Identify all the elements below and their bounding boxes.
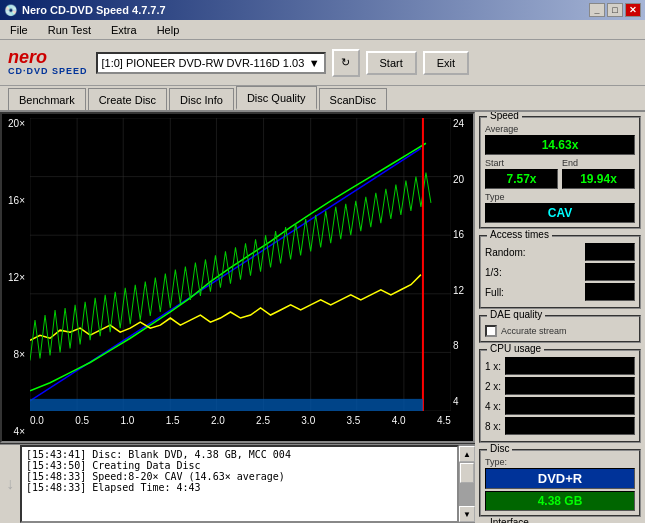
drive-dropdown-text: [1:0] PIONEER DVD-RW DVR-116D 1.03: [102, 57, 305, 69]
yr-16: 16: [453, 229, 471, 240]
log-collapse-button[interactable]: ↓: [0, 445, 20, 523]
cpu-8x-value: [505, 417, 635, 435]
log-line-1: [15:43:50] Creating Data Disc: [26, 460, 453, 471]
yr-24: 24: [453, 118, 471, 129]
yr-12: 12: [453, 285, 471, 296]
log-text-area[interactable]: [15:43:41] Disc: Blank DVD, 4.38 GB, MCC…: [20, 445, 459, 523]
speed-panel-title: Speed: [487, 112, 522, 121]
tab-disc-quality[interactable]: Disc Quality: [236, 86, 317, 110]
end-value: 19.94x: [562, 169, 635, 189]
y-label-12: 12×: [4, 272, 28, 283]
minimize-button[interactable]: _: [589, 3, 605, 17]
start-button[interactable]: Start: [366, 51, 417, 75]
x-4.5: 4.5: [437, 415, 451, 426]
menu-extra[interactable]: Extra: [105, 22, 143, 38]
end-label: End: [562, 158, 635, 168]
x-1.5: 1.5: [166, 415, 180, 426]
x-axis: 0.0 0.5 1.0 1.5 2.0 2.5 3.0 3.5 4.0 4.5: [30, 411, 451, 441]
menu-file[interactable]: File: [4, 22, 34, 38]
log-area: ↓ [15:43:41] Disc: Blank DVD, 4.38 GB, M…: [0, 443, 475, 523]
title-bar: 💿 Nero CD-DVD Speed 4.7.7.7 _ □ ✕: [0, 0, 645, 20]
dae-panel: DAE quality Accurate stream: [479, 315, 641, 343]
type-value: CAV: [485, 203, 635, 223]
tab-create-disc[interactable]: Create Disc: [88, 88, 167, 110]
cpu-panel: CPU usage 1 x: 2 x: 4 x: 8 x:: [479, 349, 641, 443]
y-label-4: 4×: [4, 426, 28, 437]
disc-type-badge: DVD+R: [485, 468, 635, 489]
scroll-down-button[interactable]: ▼: [459, 506, 475, 522]
svg-rect-18: [30, 399, 423, 411]
yr-4: 4: [453, 396, 471, 407]
x-2.5: 2.5: [256, 415, 270, 426]
cdspeed-brand: CD·DVD SPEED: [8, 67, 88, 77]
start-value: 7.57x: [485, 169, 558, 189]
disc-type-label: Type:: [485, 457, 635, 467]
x-2.0: 2.0: [211, 415, 225, 426]
exit-button[interactable]: Exit: [423, 51, 469, 75]
average-value: 14.63x: [485, 135, 635, 155]
accurate-stream-checkbox[interactable]: [485, 325, 497, 337]
accurate-stream-label: Accurate stream: [501, 326, 567, 336]
nero-brand: nero: [8, 48, 88, 68]
scroll-track: [459, 462, 475, 506]
tabs-area: Benchmark Create Disc Disc Info Disc Qua…: [0, 86, 645, 112]
log-scrollbar: ▲ ▼: [459, 445, 475, 523]
cpu-4x-label: 4 x:: [485, 401, 501, 412]
x-3.5: 3.5: [347, 415, 361, 426]
title-bar-icon: 💿: [4, 4, 18, 17]
dae-title: DAE quality: [487, 309, 545, 320]
x-0.5: 0.5: [75, 415, 89, 426]
title-bar-text: Nero CD-DVD Speed 4.7.7.7: [22, 4, 166, 16]
yr-8: 8: [453, 340, 471, 351]
menu-help[interactable]: Help: [151, 22, 186, 38]
tab-disc-info[interactable]: Disc Info: [169, 88, 234, 110]
disc-title: Disc: [487, 443, 512, 454]
refresh-icon: ↻: [341, 56, 350, 69]
random-value: [585, 243, 635, 261]
disc-size-badge: 4.38 GB: [485, 491, 635, 511]
cpu-4x-value: [505, 397, 635, 415]
one-third-label: 1/3:: [485, 267, 502, 278]
x-0.0: 0.0: [30, 415, 44, 426]
average-label: Average: [485, 124, 635, 134]
disc-panel: Disc Type: DVD+R 4.38 GB: [479, 449, 641, 517]
log-line-2: [15:48:33] Speed:8-20× CAV (14.63× avera…: [26, 471, 453, 482]
scroll-up-button[interactable]: ▲: [459, 446, 475, 462]
y-label-20: 20×: [4, 118, 28, 129]
tab-benchmark[interactable]: Benchmark: [8, 88, 86, 110]
cpu-8x-label: 8 x:: [485, 421, 501, 432]
header-area: nero CD·DVD SPEED [1:0] PIONEER DVD-RW D…: [0, 40, 645, 86]
nero-logo: nero CD·DVD SPEED: [8, 48, 88, 78]
restore-button[interactable]: □: [607, 3, 623, 17]
drive-dropdown[interactable]: [1:0] PIONEER DVD-RW DVR-116D 1.03 ▼: [96, 52, 326, 74]
cpu-1x-label: 1 x:: [485, 361, 501, 372]
yr-20: 20: [453, 174, 471, 185]
close-button[interactable]: ✕: [625, 3, 641, 17]
menu-bar: File Run Test Extra Help: [0, 20, 645, 40]
full-label: Full:: [485, 287, 504, 298]
drive-select-area: [1:0] PIONEER DVD-RW DVR-116D 1.03 ▼ ↻ S…: [96, 49, 637, 77]
x-1.0: 1.0: [120, 415, 134, 426]
log-line-3: [15:48:33] Elapsed Time: 4:43: [26, 482, 453, 493]
right-panel: Speed Average 14.63x Start 7.57x End 19.…: [475, 112, 645, 523]
menu-run-test[interactable]: Run Test: [42, 22, 97, 38]
interface-title: Interface: [487, 517, 532, 523]
log-line-0: [15:43:41] Disc: Blank DVD, 4.38 GB, MCC…: [26, 449, 453, 460]
main-content: 20× 16× 12× 8× 4× 24 20 16 12 8 4: [0, 112, 645, 523]
speed-panel: Speed Average 14.63x Start 7.57x End 19.…: [479, 116, 641, 229]
y-axis-right: 24 20 16 12 8 4: [451, 114, 473, 411]
tab-scandisc[interactable]: ScanDisc: [319, 88, 387, 110]
access-times-panel: Access times Random: 1/3: Full:: [479, 235, 641, 309]
y-label-16: 16×: [4, 195, 28, 206]
chart-area: 20× 16× 12× 8× 4× 24 20 16 12 8 4: [0, 112, 475, 443]
y-label-8: 8×: [4, 349, 28, 360]
start-label: Start: [485, 158, 558, 168]
type-label: Type: [485, 192, 635, 202]
refresh-button[interactable]: ↻: [332, 49, 360, 77]
accurate-stream-row: Accurate stream: [485, 325, 635, 337]
full-value: [585, 283, 635, 301]
one-third-value: [585, 263, 635, 281]
access-times-title: Access times: [487, 229, 552, 240]
x-4.0: 4.0: [392, 415, 406, 426]
scroll-thumb[interactable]: [460, 463, 474, 483]
